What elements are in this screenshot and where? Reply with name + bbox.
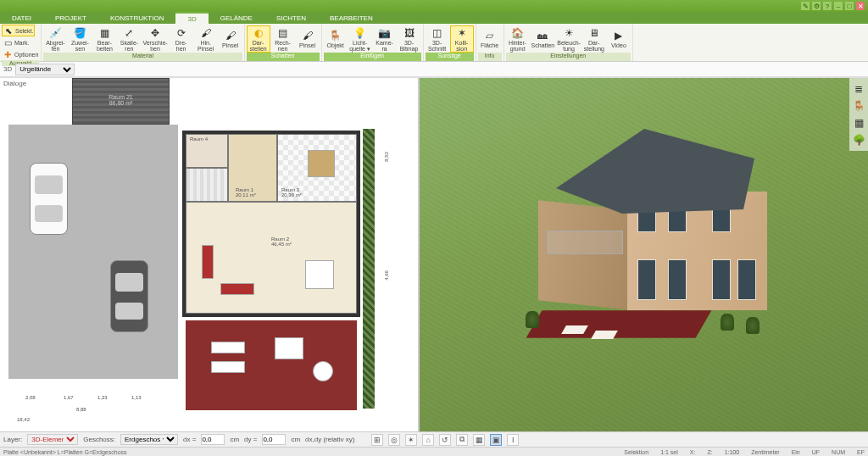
wall-side (538, 200, 630, 309)
move-icon: ✥ (148, 26, 162, 40)
verschieben-button[interactable]: ✥Verschie- ben (142, 25, 168, 53)
dim-1: 2,08 (25, 395, 36, 400)
pinsel-button[interactable]: 🖌Pinsel (219, 25, 242, 53)
darstellung-button[interactable]: 🖥Dar- stellung (582, 25, 606, 53)
tool-pencil-icon[interactable]: ✎ (801, 2, 810, 10)
dim-5: 8,88 (76, 407, 86, 412)
area-icon: ▱ (483, 29, 497, 42)
rotate-icon: ⟳ (175, 26, 188, 40)
ribbon-group-material: 💉Abgrei- fen 🪣Zuwei- sen ▦Bear- beiten ⤢… (42, 24, 244, 61)
drehen-button[interactable]: ⟳Dre- hen (170, 25, 193, 53)
3dschnitt-button[interactable]: ◫3D- Schnitt (426, 25, 449, 53)
door-4 (737, 259, 756, 300)
ribbon-group-auswahl: ⬉Selekt. ▭Mark. ✚Optionen Auswahl (0, 24, 42, 61)
tool-d[interactable]: ⌂ (422, 434, 434, 446)
objekt-button[interactable]: 🪑Objekt (324, 25, 348, 53)
sofa-2 (220, 283, 254, 295)
collision-icon: ✶ (455, 26, 469, 40)
car-2 (110, 260, 148, 332)
maximize-button[interactable]: □ (845, 2, 854, 10)
dy-input[interactable] (262, 434, 286, 445)
tab-gelaende[interactable]: GELÄNDE (209, 12, 264, 24)
layer-combo[interactable]: 3D-Element (27, 434, 78, 445)
tab-projekt[interactable]: PROJEKT (43, 12, 98, 24)
mark-button[interactable]: ▭Mark. (2, 36, 31, 48)
sofa-1 (202, 245, 214, 279)
tool-c[interactable]: ✶ (405, 434, 417, 446)
ribbon-group-schatten: ◐Dar- stellen ▤Rech- nen 🖌Pinsel Schatte… (245, 24, 322, 61)
close-button[interactable]: ✕ (856, 2, 865, 10)
tab-datei[interactable]: DATEI (0, 12, 43, 24)
hintergrund-button[interactable]: 🏠Hinter- grund (506, 25, 530, 53)
edit-icon: ▦ (97, 26, 111, 40)
workspace: Dialoge Raum 21 86,80 m² Raum 4 Raum 1 2… (0, 78, 868, 431)
schatten-pinsel-button[interactable]: 🖌Pinsel (296, 25, 320, 53)
palette-icon[interactable]: ▦ (851, 115, 866, 131)
car-1 (30, 163, 68, 235)
tab-sichten[interactable]: SICHTEN (264, 12, 318, 24)
status-num: NUM (832, 449, 845, 455)
tool-a[interactable]: ⊞ (371, 434, 383, 446)
group-title-einstellungen: Einstellungen (506, 53, 631, 61)
tab-konstruktion[interactable]: KONSTRUKTION (98, 12, 176, 24)
bitmap-button[interactable]: 🖼3D- Bitmap (398, 25, 421, 53)
bearbeiten-button[interactable]: ▦Bear- beiten (92, 25, 116, 53)
kamera-button[interactable]: 📷Kame- ra (373, 25, 397, 53)
image-icon: 🖼 (403, 26, 416, 40)
tool-g[interactable]: ▦ (473, 434, 485, 446)
tool-b[interactable]: ◎ (388, 434, 400, 446)
status-selektion: Selektion (624, 449, 648, 455)
beleuchtung-button[interactable]: ☀Beleuch- tung (556, 25, 581, 53)
house-outline: Raum 4 Raum 1 20,11 m² Raum 3 20,38 m² R… (182, 131, 360, 317)
view-3d[interactable]: ≣ 🪑 ▦ 🌳 (420, 78, 868, 431)
tool-f[interactable]: ⧉ (456, 434, 468, 446)
tree-icon[interactable]: 🌳 (851, 132, 866, 147)
statusbar: Platte <Unbekannt> L=Platten G=Erdgescho… (0, 447, 868, 456)
furniture-icon[interactable]: 🪑 (851, 98, 866, 114)
flaeche-button[interactable]: ▱Fläche (478, 25, 502, 53)
dim-3: 1,23 (97, 395, 108, 400)
tool-e[interactable]: ↺ (439, 434, 451, 446)
room-kitchen: Raum 3 20,38 m² (277, 134, 357, 202)
brush-back-icon: 🖌 (199, 26, 213, 40)
tab-bearbeiten[interactable]: BEARBEITEN (318, 12, 385, 24)
selekt-button[interactable]: ⬉Selekt. (2, 25, 35, 36)
tool-h[interactable]: ▣ (490, 434, 502, 446)
eyedropper-icon: 💉 (48, 26, 62, 40)
tab-3d[interactable]: 3D (175, 12, 208, 24)
umbrella (313, 361, 333, 381)
status-x: X: (690, 449, 696, 455)
dim-bottom: 18,42 (17, 417, 30, 422)
dx-input[interactable] (201, 434, 225, 445)
rechnen-button[interactable]: ▤Rech- nen (271, 25, 295, 53)
zuweisen-button[interactable]: 🪣Zuwei- sen (68, 25, 92, 53)
status-scale: 1:100 (725, 449, 740, 455)
mark-icon: ▭ (3, 37, 13, 47)
help-icon[interactable]: ? (823, 2, 832, 10)
kollision-button[interactable]: ✶Kolli- sion (450, 25, 474, 53)
video-button[interactable]: ▶Video (607, 25, 631, 53)
layers-icon[interactable]: ≣ (851, 81, 866, 97)
schatten-set-button[interactable]: 🏘Schatten (531, 25, 556, 53)
mode-text: dx,dy (relativ xy) (305, 436, 354, 443)
hedge-right (363, 129, 375, 409)
tool-i[interactable]: I (507, 434, 519, 446)
optionen-button[interactable]: ✚Optionen (2, 48, 39, 60)
geschoss-combo[interactable]: Erdgeschos ▾ (120, 434, 178, 445)
tool-gear-icon[interactable]: ⚙ (812, 2, 821, 10)
hinpinsel-button[interactable]: 🖌Hin. Pinsel (194, 25, 218, 53)
abgreifen-button[interactable]: 💉Abgrei- fen (43, 25, 67, 53)
lichtquelle-button[interactable]: 💡Licht- quelle ▾ (348, 25, 372, 53)
darstellen-button[interactable]: ◐Dar- stellen (247, 25, 270, 53)
status-sel: 1:1 sel (660, 449, 678, 455)
skalieren-button[interactable]: ⤢Skalie- ren (117, 25, 141, 53)
dx-label: dx = (183, 436, 196, 443)
view-2d[interactable]: Dialoge Raum 21 86,80 m² Raum 4 Raum 1 2… (0, 78, 420, 431)
minimize-button[interactable]: – (834, 2, 843, 10)
cursor-icon: ⬉ (3, 25, 14, 36)
terrace-3d (526, 310, 712, 338)
layer-select[interactable]: Urgelände (15, 64, 75, 75)
outdoor-sofa (275, 337, 303, 359)
ribbon: ⬉Selekt. ▭Mark. ✚Optionen Auswahl 💉Abgre… (0, 24, 868, 62)
background-icon: 🏠 (511, 26, 525, 40)
